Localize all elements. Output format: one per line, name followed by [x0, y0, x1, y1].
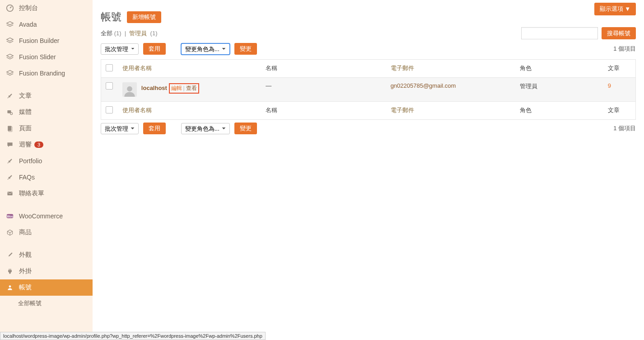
sidebar-item-label: Fusion Branding [19, 70, 65, 77]
layers-icon [5, 52, 14, 61]
sidebar-item-appearance[interactable]: 外觀 [0, 247, 93, 263]
main-content: 顯示選項 ▼ 帳號 新增帳號 搜尋帳號 全部 (1) | 管理員 (1) 批次管… [93, 0, 644, 340]
media-icon [5, 108, 14, 117]
sidebar-item-dashboard[interactable]: 控制台 [0, 0, 93, 16]
tablenav-bottom: 批次管理 套用 變更角色為... 變更 1 個項目 [101, 123, 636, 134]
svg-point-15 [9, 285, 11, 288]
email-link[interactable]: gn02205785@gmail.com [391, 82, 456, 89]
change-role-select-top[interactable]: 變更角色為... [181, 43, 230, 55]
sidebar-item-posts[interactable]: 文章 [0, 88, 93, 104]
sidebar-item-label: 媒體 [19, 108, 32, 116]
screen-options-button[interactable]: 顯示選項 ▼ [594, 3, 636, 15]
sidebar-item-label: Portfolio [19, 157, 42, 165]
col-username-footer[interactable]: 使用者名稱 [118, 102, 261, 120]
sidebar-item-label: 文章 [19, 92, 32, 100]
sidebar-item-contact[interactable]: 聯絡表單 [0, 185, 93, 202]
sidebar-item-label: WooCommerce [19, 212, 63, 220]
avatar [122, 82, 137, 97]
status-bar: localhost/wordpress-image/wp-admin/profi… [0, 332, 266, 340]
sidebar-item-label: Avada [19, 21, 37, 28]
svg-point-16 [127, 86, 132, 92]
sidebar-item-label: Fusion Slider [19, 53, 56, 61]
col-username-header[interactable]: 使用者名稱 [118, 60, 261, 78]
sidebar-item-label: FAQs [19, 174, 35, 181]
filter-administrator[interactable]: 管理員 [129, 30, 147, 37]
sidebar-item-plugins[interactable]: 外掛 [0, 263, 93, 279]
item-count-top: 1 個項目 [613, 45, 636, 53]
mail-icon [5, 189, 14, 198]
change-role-button-top[interactable]: 變更 [234, 43, 257, 55]
sidebar-item-label: 聯絡表單 [19, 189, 44, 198]
pin-icon [5, 173, 14, 182]
row-checkbox[interactable] [106, 82, 113, 90]
search-input[interactable] [521, 27, 598, 39]
table-row: localhost 編輯|查看 — gn02205785@gmail.com 管… [101, 78, 636, 102]
filter-all[interactable]: 全部 [101, 30, 112, 37]
sidebar-item-label: 控制台 [19, 4, 38, 12]
col-name-footer[interactable]: 名稱 [261, 102, 386, 120]
bulk-action-select-bottom[interactable]: 批次管理 [101, 123, 139, 134]
col-name-header[interactable]: 名稱 [261, 60, 386, 78]
sidebar-item-fusion-builder[interactable]: Fusion Builder [0, 33, 93, 49]
page-header: 帳號 新增帳號 [101, 10, 636, 24]
search-button[interactable]: 搜尋帳號 [602, 27, 636, 39]
brush-icon [5, 250, 14, 260]
role-cell: 管理員 [515, 78, 603, 102]
svg-line-1 [10, 6, 12, 8]
layers-icon [5, 69, 14, 78]
sidebar-item-label: 迴響 [19, 141, 32, 149]
change-role-button-bottom[interactable]: 變更 [234, 123, 257, 134]
bulk-apply-bottom[interactable]: 套用 [143, 123, 166, 134]
submenu-all-users[interactable]: 全部帳號 [0, 296, 93, 311]
user-icon [5, 283, 14, 292]
col-role-footer: 角色 [515, 102, 603, 120]
col-posts-header: 文章 [603, 60, 636, 78]
bulk-action-select-top[interactable]: 批次管理 [101, 43, 139, 55]
comment-count-badge: 3 [34, 142, 43, 148]
sidebar-item-label: Fusion Builder [19, 37, 60, 44]
sidebar-item-fusion-slider[interactable]: Fusion Slider [0, 49, 93, 65]
svg-marker-3 [7, 38, 13, 41]
sidebar-item-users[interactable]: 帳號 [0, 279, 93, 296]
sidebar-item-label: 帳號 [19, 283, 32, 292]
sidebar-item-label: 外掛 [19, 267, 32, 275]
comment-icon [5, 140, 14, 149]
col-email-header[interactable]: 電子郵件 [386, 60, 516, 78]
svg-text:Woo: Woo [7, 215, 13, 218]
sidebar-item-fusion-branding[interactable]: Fusion Branding [0, 65, 93, 81]
sidebar-item-portfolio[interactable]: Portfolio [0, 153, 93, 169]
users-table: 使用者名稱 名稱 電子郵件 角色 文章 localhost 編輯|查看 [101, 59, 636, 120]
select-all-top[interactable] [106, 64, 113, 71]
plug-icon [5, 267, 14, 276]
filter-all-count: (1) [114, 30, 121, 37]
page-icon [5, 124, 14, 133]
select-all-bottom[interactable] [106, 106, 113, 113]
page-title: 帳號 [101, 10, 121, 24]
cube-icon [5, 228, 14, 237]
name-cell: — [261, 78, 386, 102]
posts-link[interactable]: 9 [608, 82, 611, 89]
woo-icon: Woo [5, 212, 14, 221]
pin-icon [5, 91, 14, 100]
sidebar-item-comments[interactable]: 迴響3 [0, 137, 93, 153]
gauge-icon [5, 4, 14, 13]
bulk-apply-top[interactable]: 套用 [143, 43, 166, 55]
add-new-user-button[interactable]: 新增帳號 [127, 11, 161, 23]
sidebar-item-woocommerce[interactable]: WooWooCommerce [0, 208, 93, 224]
sidebar-item-label: 頁面 [19, 124, 32, 132]
sidebar-item-products[interactable]: 商品 [0, 224, 93, 241]
sidebar-item-faqs[interactable]: FAQs [0, 169, 93, 185]
sidebar-item-media[interactable]: 媒體 [0, 104, 93, 120]
view-link[interactable]: 查看 [186, 85, 197, 91]
sidebar-item-avada[interactable]: Avada [0, 16, 93, 33]
svg-point-7 [10, 113, 13, 115]
edit-link[interactable]: 編輯 [171, 85, 182, 91]
username-link[interactable]: localhost [141, 85, 167, 91]
svg-marker-5 [7, 71, 13, 74]
change-role-select-bottom[interactable]: 變更角色為... [181, 123, 230, 134]
sidebar-item-pages[interactable]: 頁面 [0, 120, 93, 137]
sidebar-item-label: 商品 [19, 228, 32, 236]
row-actions: 編輯|查看 [169, 83, 199, 94]
col-email-footer[interactable]: 電子郵件 [386, 102, 516, 120]
tablenav-top: 批次管理 套用 變更角色為... 變更 1 個項目 [101, 43, 636, 55]
